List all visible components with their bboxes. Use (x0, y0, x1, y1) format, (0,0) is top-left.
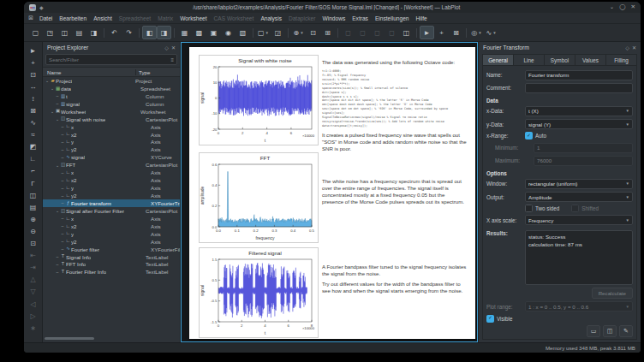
name-input[interactable] (528, 72, 629, 78)
tree-row[interactable]: –TFourier Filter InfoTextLabel (43, 268, 180, 276)
plot-filtered-signal[interactable]: Filtered signal-1.5-0.50.51.502468signal… (199, 247, 319, 338)
zoom-mode-icon[interactable]: ⊕▼ (291, 26, 306, 39)
tree-row[interactable]: –ƒFourier transformXYFourierTransformCur… (43, 199, 180, 207)
redo-icon[interactable]: ↷ (122, 26, 136, 39)
new-spreadsheet-icon[interactable]: ▦ (177, 26, 192, 39)
tree-row[interactable]: –∟y2Axis (43, 192, 180, 199)
tree-row[interactable]: –▥tColumn (43, 92, 180, 100)
menu-item-datei[interactable]: Datei (36, 15, 56, 21)
new-note-icon[interactable]: ▧ (236, 26, 250, 39)
tree-row[interactable]: ⌄▦dataSpreadsheet (43, 85, 180, 92)
document-menu-icon[interactable]: ⊠ (28, 15, 33, 21)
comment-field[interactable] (525, 83, 633, 93)
search-input[interactable] (49, 56, 169, 62)
crosshair-icon[interactable]: + (27, 56, 39, 68)
save-project-icon[interactable]: ◫ (57, 26, 72, 39)
menu-item-worksheet[interactable]: Worksheet (176, 15, 210, 21)
menu-item-einstellungen[interactable]: Einstellungen (372, 15, 413, 21)
tab-general[interactable]: General (482, 54, 514, 66)
tree-row[interactable]: –∟y2Axis (43, 238, 180, 246)
tree-row[interactable]: –∟xAxis (43, 123, 180, 131)
undo-icon[interactable]: ↶ (107, 26, 122, 39)
tree-row[interactable]: –TSignal InfoTextLabel (43, 253, 180, 261)
auto-checkbox[interactable]: ✓ (525, 132, 533, 139)
xdata-combo[interactable]: t (X)▼ (525, 106, 633, 116)
magnification-icon[interactable]: ◎▼ (469, 26, 484, 39)
tree-row[interactable]: –∿Fourier filterXYFourierFilterCurve (43, 246, 180, 253)
zoom-in-icon[interactable]: ⊕ (27, 213, 39, 225)
add-axis-icon[interactable]: ∟ (27, 153, 39, 165)
menu-item-bearbeiten[interactable]: Bearbeiten (56, 15, 90, 21)
auto-scale-icon[interactable]: ⊠ (27, 104, 39, 116)
window-combo[interactable]: rectangular (uniform)▼ (525, 179, 633, 189)
tree-row[interactable]: –TFFT InfoTextLabel (43, 261, 180, 269)
float-dock-icon[interactable]: ◇ (164, 45, 169, 50)
tree-row[interactable]: –∟yAxis (43, 184, 180, 192)
tree-row[interactable]: –∟x2Axis (43, 223, 180, 230)
new-datapicker-icon[interactable]: ◉ (221, 26, 236, 39)
search-filter-box[interactable]: ≡ (45, 54, 177, 65)
tree-row[interactable]: ⌄◫FFTCartesianPlot (43, 161, 180, 169)
zoom-region-mode-icon[interactable]: ⊠ (449, 26, 463, 39)
tab-filling[interactable]: Filling (606, 54, 637, 66)
crosshair-mode-icon[interactable]: + (434, 26, 449, 39)
add-curve-icon[interactable]: ∿ (27, 117, 39, 129)
print-preview-icon[interactable]: ◨ (86, 26, 101, 39)
float-dock-icon[interactable]: ◇ (625, 45, 629, 50)
tree-row[interactable]: –▥signalColumn (43, 100, 180, 108)
close-dock-icon[interactable]: ✕ (171, 45, 176, 50)
add-horizontal-axis-icon[interactable]: ⌐ (27, 165, 39, 177)
add-equation-curve-icon[interactable]: ≈ (27, 129, 39, 141)
new-worksheet-icon[interactable]: ▣ (206, 26, 221, 39)
tree-row[interactable]: –∟yAxis (43, 230, 180, 238)
menu-item-extras[interactable]: Extras (349, 15, 372, 21)
column-header-name[interactable]: Name (43, 69, 136, 75)
add-legend-icon[interactable]: ▤ (27, 201, 39, 213)
import-icon[interactable]: ◲ (271, 26, 285, 39)
new-matrix-icon[interactable]: ▩ (192, 26, 206, 39)
save-template-icon[interactable]: ◫ (603, 325, 617, 337)
plot-signal-with-white-noise[interactable]: Signal with white noise-20-10010200246si… (199, 55, 319, 145)
plot-fft[interactable]: FFT0.00.20.40.60.00.10.20.30.40.5amplitu… (199, 152, 319, 243)
close-dock-icon[interactable]: ✕ (632, 45, 636, 50)
visible-checkbox[interactable]: ✓ (486, 315, 494, 323)
add-vertical-axis-icon[interactable]: Γ (27, 177, 39, 189)
tree-row[interactable]: –∟yAxis (43, 139, 180, 146)
new-object-icon[interactable]: ▢▼ (256, 26, 271, 39)
save-as-default-icon[interactable]: ✎ (619, 325, 633, 337)
tree-row[interactable]: –∿signalXYCurve (43, 153, 180, 161)
tree-column-headers[interactable]: Name Type (43, 67, 180, 77)
xscale-combo[interactable]: Frequency▼ (525, 215, 633, 225)
tree-row[interactable]: ⌄◫Signal after Fourier FilterCartesianPl… (43, 207, 180, 215)
tab-symbol[interactable]: Symbol (545, 54, 575, 66)
load-template-icon[interactable]: ▭ (587, 325, 600, 337)
export-worksheet-icon[interactable]: ◫ (399, 26, 414, 39)
tree-row[interactable]: –∟xAxis (43, 169, 180, 176)
tree-row[interactable]: –∟x2Axis (43, 131, 180, 139)
zoom-y-region-icon[interactable]: ↕ (27, 92, 39, 104)
zoom-fit-icon[interactable]: ⊡ (306, 26, 320, 39)
minimize-icon[interactable]: ⌄ (610, 4, 614, 10)
tree-row[interactable]: ⌄◫Signal with noiseCartesianPlot (43, 116, 180, 123)
toggle-properties-explorer-icon[interactable]: ◨ (157, 26, 171, 39)
maximize-icon[interactable]: ◯ (619, 4, 625, 10)
two-sided-checkbox[interactable] (525, 205, 533, 212)
add-histogram-icon[interactable]: ◩ (27, 141, 39, 153)
select-icon[interactable]: ► (27, 45, 39, 56)
tab-line[interactable]: Line (514, 54, 545, 66)
tree-row[interactable]: –∟x2Axis (43, 176, 180, 184)
worksheet-view[interactable]: The data was generated using the followi… (181, 42, 478, 342)
open-project-icon[interactable]: ◳ (43, 26, 57, 39)
close-icon[interactable]: ✕ (631, 4, 635, 10)
menu-item-hilfe[interactable]: Hilfe (413, 15, 431, 21)
add-curve-icon[interactable]: ∿▼ (484, 26, 498, 39)
scrollbar-thumb[interactable] (45, 337, 94, 340)
select-mode-icon[interactable]: ► (420, 26, 434, 39)
zoom-x-region-icon[interactable]: ↔ (27, 80, 39, 92)
comment-input[interactable] (528, 85, 629, 91)
print-icon[interactable]: ▤ (72, 26, 86, 39)
add-plot-icon[interactable]: ◫ (27, 189, 39, 201)
ydata-combo[interactable]: signal (Y)▼ (525, 119, 633, 129)
tree-row[interactable]: ⌄▰ProjectProject (43, 77, 180, 85)
menu-item-ansicht[interactable]: Ansicht (90, 15, 116, 21)
